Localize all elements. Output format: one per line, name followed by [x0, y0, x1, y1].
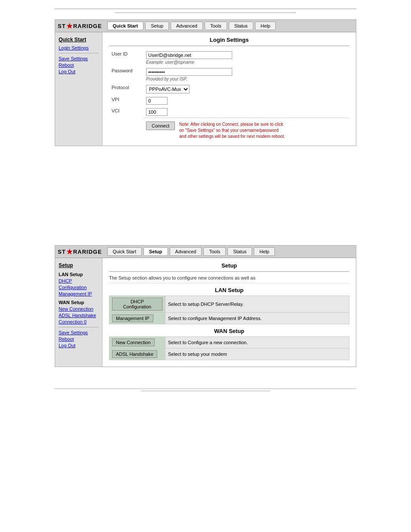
main-content-1: Login Settings User ID Example: user@isp…: [103, 32, 356, 146]
sidebar-adsl-handshake[interactable]: ADSL Handshake: [59, 313, 99, 318]
logo-1: ST ★ RARIDGE: [58, 22, 102, 30]
nav-bar-1: ST ★ RARIDGE Quick Start Setup Advanced …: [55, 20, 356, 32]
field-vci: VCI: [109, 106, 349, 118]
nav-setup-2[interactable]: Setup: [143, 247, 168, 256]
content-area-1: Quick Start Login Settings Save Settings…: [55, 32, 356, 146]
nav-help-2[interactable]: Help: [254, 247, 275, 256]
bottom-rule-1: [55, 389, 356, 389]
connect-button[interactable]: Connect: [146, 121, 175, 130]
sidebar-save-settings-1[interactable]: Save Settings: [59, 56, 99, 61]
nav-quick-start-2[interactable]: Quick Start: [107, 247, 142, 256]
input-cell-password: Provided by your ISP.: [143, 66, 349, 83]
nav-tools-2[interactable]: Tools: [203, 247, 226, 256]
connect-cell: Connect Note: After clicking on Connect,…: [143, 118, 349, 142]
sidebar-configuration[interactable]: Configuration: [59, 285, 99, 290]
wan-row-adsl: ADSL Handshake Select to setup your mode…: [109, 348, 349, 360]
sidebar-management-ip[interactable]: Management IP: [59, 291, 99, 296]
top-rule-1: [55, 9, 356, 9]
field-userid: User ID Example: user@ispname: [109, 50, 349, 66]
protocol-select[interactable]: PPPoAVC-Mux: [146, 85, 190, 93]
lan-setup-table: DHCP Configuration Select to setup DHCP …: [109, 296, 349, 324]
sidebar-wan-section: WAN Setup: [59, 300, 99, 305]
sidebar-title-2: Setup: [59, 262, 99, 268]
lan-row-mgmt: Management IP Select to configure Manage…: [109, 313, 349, 324]
sidebar-reboot-2[interactable]: Reboot: [59, 336, 99, 342]
field-password: Password Provided by your ISP.: [109, 66, 349, 83]
wan-setup-table: New Connection Select to Configure a new…: [109, 336, 349, 360]
label-protocol: Protocol: [109, 83, 143, 95]
sidebar-title-1: Quick Start: [59, 37, 99, 43]
nav-setup-1[interactable]: Setup: [145, 22, 169, 30]
wan-adsl-desc-cell: Select to setup your modem: [165, 348, 349, 360]
sidebar-1: Quick Start Login Settings Save Settings…: [55, 32, 103, 146]
wan-adsl-btn-cell: ADSL Handshake: [109, 348, 165, 360]
sidebar-2: Setup LAN Setup DHCP Configuration Manag…: [55, 258, 103, 367]
input-cell-protocol: PPPoAVC-Mux: [143, 83, 349, 95]
input-cell-vci: [143, 106, 349, 118]
logo-suffix-2: RARIDGE: [73, 249, 102, 255]
main-content-2: Setup The Setup section allows you to co…: [103, 258, 356, 367]
wan-row-new-conn: New Connection Select to Configure a new…: [109, 337, 349, 348]
logo-suffix-1: RARIDGE: [73, 23, 102, 29]
sidebar-divider-2: [59, 327, 99, 327]
input-cell-vpi: [143, 95, 349, 106]
sidebar-logout-2[interactable]: Log Out: [59, 343, 99, 348]
nav-quick-start-1[interactable]: Quick Start: [107, 22, 144, 30]
section-title-2: Setup: [109, 262, 349, 272]
form-table-1: User ID Example: user@ispname Password P…: [109, 50, 349, 141]
lan-mgmt-btn-cell: Management IP: [109, 313, 165, 324]
lan-setup-header: LAN Setup: [109, 287, 349, 293]
router-panel-2: ST ★ RARIDGE Quick Start Setup Advanced …: [55, 245, 356, 367]
vpi-input[interactable]: [146, 97, 168, 105]
sidebar-connection-0[interactable]: Connection 0: [59, 319, 99, 324]
lan-row-dhcp: DHCP Configuration Select to setup DHCP …: [109, 296, 349, 313]
sidebar-logout-1[interactable]: Log Out: [59, 69, 99, 74]
connect-row: Connect Note: After clicking on Connect,…: [109, 118, 349, 142]
input-cell-userid: Example: user@ispname: [143, 50, 349, 66]
sidebar-save-settings-2[interactable]: Save Settings: [59, 330, 99, 335]
nav-bar-2: ST ★ RARIDGE Quick Start Setup Advanced …: [55, 246, 356, 258]
sidebar-divider-1: [59, 53, 99, 53]
logo-prefix-2: ST: [58, 249, 66, 255]
password-hint: Provided by your ISP.: [146, 77, 347, 81]
adsl-handshake-button[interactable]: ADSL Handshake: [112, 350, 157, 358]
userid-hint: Example: user@ispname: [146, 60, 347, 65]
wan-new-conn-btn-cell: New Connection: [109, 337, 165, 348]
bottom-rule-2: [141, 391, 270, 391]
nav-help-1[interactable]: Help: [255, 22, 276, 30]
router-panel-1: ST ★ RARIDGE Quick Start Setup Advanced …: [55, 19, 356, 146]
wan-setup-header: WAN Setup: [109, 328, 349, 334]
new-connection-button[interactable]: New Connection: [112, 339, 155, 346]
wan-new-conn-desc-cell: Select to Configure a new connection.: [165, 337, 349, 348]
management-ip-button[interactable]: Management IP: [112, 314, 153, 322]
middle-space: [55, 159, 356, 245]
field-protocol: Protocol PPPoAVC-Mux: [109, 83, 349, 95]
section-title-1: Login Settings: [109, 37, 349, 46]
label-userid: User ID: [109, 50, 143, 66]
sidebar-login-settings[interactable]: Login Settings: [59, 45, 99, 50]
field-vpi: VPI: [109, 95, 349, 106]
vci-input[interactable]: [146, 108, 168, 116]
connect-label-cell: [109, 118, 143, 142]
password-input[interactable]: [146, 68, 232, 76]
label-vci: VCI: [109, 106, 143, 118]
nav-status-2[interactable]: Status: [227, 247, 252, 256]
nav-status-1[interactable]: Status: [229, 22, 253, 30]
lan-mgmt-desc-cell: Select to configure Management IP Addres…: [165, 313, 349, 324]
dhcp-config-button[interactable]: DHCP Configuration: [112, 298, 162, 311]
sidebar-lan-section: LAN Setup: [59, 272, 99, 277]
sidebar-reboot-1[interactable]: Reboot: [59, 62, 99, 68]
nav-advanced-2[interactable]: Advanced: [170, 247, 202, 256]
star-icon-1: ★: [66, 22, 73, 30]
logo-prefix-1: ST: [58, 23, 66, 29]
userid-input[interactable]: [146, 51, 232, 59]
connect-note: Note: After clicking on Connect, please …: [179, 121, 287, 140]
star-icon-2: ★: [66, 248, 73, 256]
content-area-2: Setup LAN Setup DHCP Configuration Manag…: [55, 258, 356, 367]
setup-desc: The Setup section allows you to configur…: [109, 275, 349, 283]
sidebar-new-connection[interactable]: New Connection: [59, 306, 99, 311]
nav-advanced-1[interactable]: Advanced: [171, 22, 203, 30]
label-password: Password: [109, 66, 143, 83]
nav-tools-1[interactable]: Tools: [205, 22, 227, 30]
sidebar-dhcp[interactable]: DHCP: [59, 278, 99, 283]
